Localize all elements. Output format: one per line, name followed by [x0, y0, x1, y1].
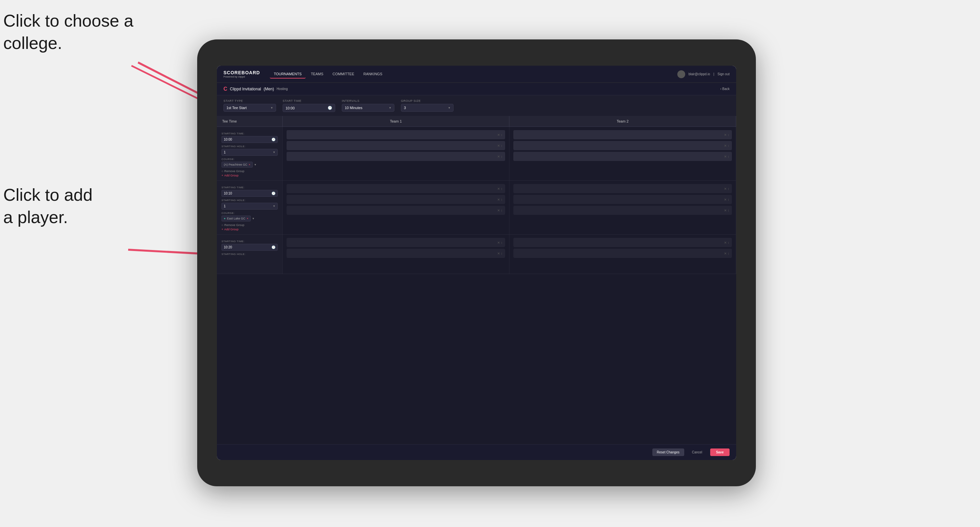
start-type-select[interactable]: 1st Tee Start ▼ — [223, 104, 276, 112]
player-slot-1-1[interactable]: ✕ ↕ — [286, 130, 505, 139]
player-slot-2-2[interactable]: ✕ ↕ — [513, 141, 732, 150]
nav-rankings[interactable]: RANKINGS — [360, 70, 386, 79]
nav-teams[interactable]: TEAMS — [307, 70, 327, 79]
start-type-group: Start Type 1st Tee Start ▼ — [223, 99, 276, 112]
chevron-down-icon-3: ▼ — [448, 106, 450, 110]
starting-time-input-2[interactable]: 10:10 🕑 — [221, 190, 278, 197]
group-1-left: STARTING TIME: 10:00 🕑 STARTING HOLE: 1 … — [217, 127, 283, 180]
tablet-frame: SCOREBOARD Powered by clippd TOURNAMENTS… — [197, 40, 756, 486]
add-group-2[interactable]: + Add Group — [221, 228, 278, 231]
slot-icons-2-2: ✕ ↕ — [724, 144, 729, 148]
chevron-hole-2: ▼ — [273, 205, 275, 208]
course-tag-area-1: (A) Peachtree GC × ▼ — [221, 162, 278, 168]
slot-icons-4-2: ✕ ↕ — [724, 198, 729, 202]
cancel-button[interactable]: Cancel — [687, 448, 707, 456]
player-slot-1-2[interactable]: ✕ ↕ — [286, 141, 505, 150]
hosting-badge: Hosting — [277, 87, 288, 90]
header-right: blair@clippd.io | Sign out — [677, 70, 730, 78]
team2-cell-2: ✕ ↕ ✕ ↕ ✕ ↕ — [509, 181, 736, 234]
sub-header: C Clippd Invitational (Men) Hosting ‹ Ba… — [217, 83, 736, 95]
player-slot-6-1[interactable]: ✕ ↕ — [513, 238, 732, 247]
player-slot-4-2[interactable]: ✕ ↕ — [513, 195, 732, 204]
app-footer: Reset Changes Cancel Save — [217, 444, 736, 460]
team2-cell-3: ✕ ↕ ✕ ↕ — [509, 235, 736, 274]
slot-icons-1-2: ✕ ↕ — [497, 144, 503, 148]
chevron-down-icon: ▼ — [270, 106, 273, 110]
player-slot-5-2[interactable]: ✕ ↕ — [286, 249, 505, 258]
clippd-c-logo: C — [223, 86, 228, 92]
starting-time-input-3[interactable]: 10:20 🕑 — [221, 244, 278, 251]
starting-time-label-3: STARTING TIME: — [221, 240, 278, 243]
tournament-gender: (Men) — [264, 87, 274, 91]
course-label-2: COURSE: — [221, 211, 278, 214]
clock-icon-2: 🕑 — [272, 192, 275, 195]
remove-group-1[interactable]: ○ Remove Group — [221, 170, 278, 173]
user-avatar — [677, 70, 685, 78]
slot-icons-2-1: ✕ ↕ — [724, 133, 729, 137]
add-group-1[interactable]: + Add Group — [221, 174, 278, 177]
player-slot-5-1[interactable]: ✕ ↕ — [286, 238, 505, 247]
remove-group-2[interactable]: ○ Remove Group — [221, 224, 278, 227]
player-slot-6-2[interactable]: ✕ ↕ — [513, 249, 732, 258]
course-label-1: COURSE: — [221, 158, 278, 161]
slot-icons-5-1: ✕ ↕ — [497, 241, 503, 244]
app-body: Start Type 1st Tee Start ▼ Start Time 10… — [217, 95, 736, 460]
app-header: SCOREBOARD Powered by clippd TOURNAMENTS… — [217, 66, 736, 83]
player-slot-3-2[interactable]: ✕ ↕ — [286, 195, 505, 204]
th-team2: Team 2 — [509, 116, 736, 127]
th-team1: Team 1 — [283, 116, 509, 127]
slot-icons-4-1: ✕ ↕ — [724, 187, 729, 190]
player-slot-3-3[interactable]: ✕ ↕ — [286, 206, 505, 215]
chevron-down-icon-2: ▼ — [389, 106, 391, 110]
starting-hole-label-3: STARTING HOLE: — [221, 252, 278, 256]
starting-hole-input-2[interactable]: 1 ▼ — [221, 203, 278, 210]
slot-icons-1-1: ✕ ↕ — [497, 133, 503, 137]
slot-icons-2-3: ✕ ↕ — [724, 155, 729, 158]
group-size-group: Group Size 3 ▼ — [401, 99, 453, 112]
intervals-label: Intervals — [342, 99, 395, 103]
group-size-select[interactable]: 3 ▼ — [401, 104, 453, 112]
player-slot-1-3[interactable]: ✕ ↕ — [286, 152, 505, 161]
intervals-select[interactable]: 10 Minutes ▼ — [342, 104, 395, 112]
reset-changes-button[interactable]: Reset Changes — [652, 448, 684, 456]
course-tag-1[interactable]: (A) Peachtree GC × — [221, 162, 253, 168]
course-tag-area-2: ● East Lake GC × ▼ — [221, 216, 278, 221]
team1-cell-1: ✕ ↕ ✕ ↕ ✕ ↕ — [283, 127, 509, 180]
team1-cell-2: ✕ ↕ ✕ ↕ ✕ ↕ — [283, 181, 509, 234]
scoreboard-logo: SCOREBOARD Powered by clippd — [223, 70, 260, 78]
team2-cell-1: ✕ ↕ ✕ ↕ ✕ ↕ — [509, 127, 736, 180]
slot-icons-5-2: ✕ ↕ — [497, 252, 503, 255]
starting-hole-label-2: STARTING HOLE: — [221, 199, 278, 202]
nav-committee[interactable]: COMMITTEE — [329, 70, 358, 79]
player-slot-2-1[interactable]: ✕ ↕ — [513, 130, 732, 139]
sign-out-link[interactable]: Sign out — [718, 72, 730, 76]
player-slot-3-1[interactable]: ✕ ↕ — [286, 184, 505, 193]
main-content[interactable]: STARTING TIME: 10:00 🕑 STARTING HOLE: 1 … — [217, 127, 736, 444]
starting-time-label-1: STARTING TIME: — [221, 132, 278, 135]
group-row-2: STARTING TIME: 10:10 🕑 STARTING HOLE: 1 … — [217, 181, 736, 235]
clock-icon-1: 🕑 — [272, 138, 275, 141]
starting-time-input-1[interactable]: 10:00 🕑 — [221, 136, 278, 143]
back-button[interactable]: ‹ Back — [721, 87, 730, 90]
starting-hole-input-1[interactable]: 1 ▼ — [221, 149, 278, 156]
group-row-3: STARTING TIME: 10:20 🕑 STARTING HOLE: ✕ … — [217, 235, 736, 274]
start-time-group: Start Time 10:00 🕑 — [283, 99, 335, 112]
table-header: Tee Time Team 1 Team 2 — [217, 116, 736, 127]
player-slot-4-1[interactable]: ✕ ↕ — [513, 184, 732, 193]
th-tee-time: Tee Time — [217, 116, 283, 127]
logo-subtext: Powered by clippd — [223, 75, 260, 78]
start-time-input[interactable]: 10:00 🕑 — [283, 104, 335, 112]
user-email: blair@clippd.io — [689, 72, 710, 76]
player-slot-4-3[interactable]: ✕ ↕ — [513, 206, 732, 215]
separator: | — [713, 72, 714, 76]
nav-tournaments[interactable]: TOURNAMENTS — [270, 70, 305, 79]
course-tag-2[interactable]: ● East Lake GC × — [221, 216, 251, 221]
save-button[interactable]: Save — [710, 448, 730, 456]
chevron-hole-1: ▼ — [273, 151, 275, 154]
starting-hole-label-1: STARTING HOLE: — [221, 145, 278, 148]
settings-bar: Start Type 1st Tee Start ▼ Start Time 10… — [217, 95, 736, 116]
player-slot-2-3[interactable]: ✕ ↕ — [513, 152, 732, 161]
annotation-add-player: Click to add a player. — [3, 184, 93, 229]
slot-icons-6-1: ✕ ↕ — [724, 241, 729, 244]
annotation-choose-college: Click to choose a college. — [3, 10, 134, 54]
